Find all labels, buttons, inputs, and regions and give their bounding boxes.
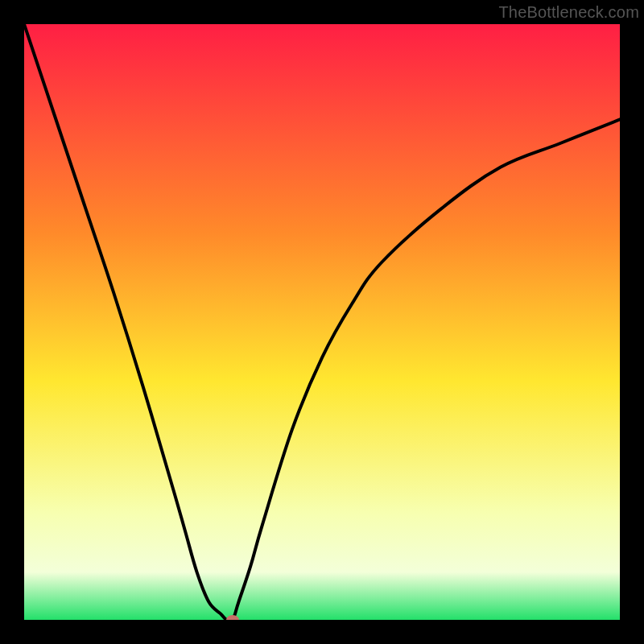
optimal-point-marker [226, 615, 239, 620]
plot-area [24, 24, 620, 620]
bottleneck-curve [24, 24, 620, 620]
watermark-text: TheBottleneck.com [498, 3, 639, 22]
